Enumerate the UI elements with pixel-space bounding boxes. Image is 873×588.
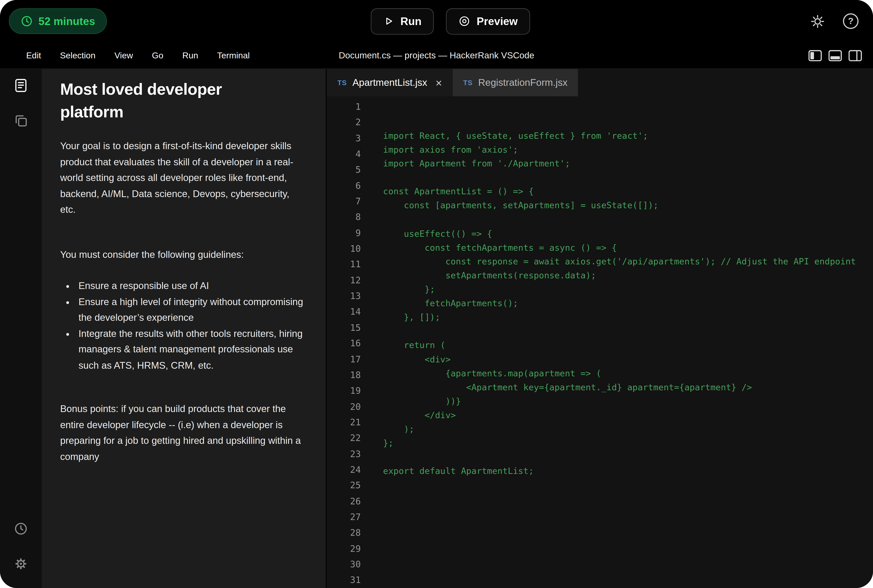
code-line[interactable]: const fetchApartments = async () => {: [383, 241, 856, 255]
tab-bar: TS ApartmentList.jsx × TS RegistrationFo…: [327, 69, 873, 96]
layout-sidebar-left-icon[interactable]: [808, 50, 822, 61]
code-line[interactable]: const ApartmentList = () => {: [383, 185, 856, 199]
line-number: 4: [327, 147, 361, 162]
timer-badge: 52 minutes: [9, 8, 107, 34]
line-number: 30: [327, 557, 361, 573]
code-line[interactable]: </div>: [383, 408, 856, 423]
line-number: 29: [327, 541, 361, 556]
code-line[interactable]: <div>: [383, 353, 856, 367]
menu-item[interactable]: Run: [173, 50, 208, 60]
document-icon[interactable]: [13, 78, 28, 93]
line-number: 22: [327, 430, 361, 446]
menu-item[interactable]: Terminal: [208, 50, 260, 60]
tab-apartmentlist[interactable]: TS ApartmentList.jsx ×: [327, 69, 453, 96]
guideline-item: Ensure a high level of integrity without…: [76, 294, 306, 326]
line-number: 8: [327, 210, 361, 225]
line-number: 2: [327, 115, 361, 130]
window-title: Document.cs — projects — HackerRank VSCo…: [339, 50, 534, 60]
help-button[interactable]: ?: [843, 13, 859, 29]
topbar-actions: Run Preview: [343, 8, 530, 34]
code-line[interactable]: setApartments(response.data);: [383, 269, 856, 283]
line-number: 17: [327, 352, 361, 368]
activity-bar: [0, 69, 42, 588]
line-number: 15: [327, 320, 361, 336]
code-line[interactable]: import React, { useState, useEffect } fr…: [383, 129, 856, 143]
code-line[interactable]: ))}: [383, 394, 856, 408]
menu-item[interactable]: View: [105, 50, 142, 60]
clock-icon: [21, 15, 33, 27]
menu-item[interactable]: Selection: [51, 50, 105, 60]
tab-close-icon[interactable]: ×: [435, 77, 442, 88]
line-number: 5: [327, 162, 361, 178]
line-number: 18: [327, 368, 361, 383]
code-line[interactable]: [383, 325, 856, 339]
line-number: 28: [327, 525, 361, 541]
menubar: EditSelectionViewGoRunTerminal Document.…: [0, 42, 873, 69]
code-line[interactable]: const [apartments, setApartments] = useS…: [383, 199, 856, 213]
code-line[interactable]: );: [383, 423, 856, 436]
problem-panel: Most loved developer platform Your goal …: [42, 69, 326, 588]
main-area: Most loved developer platform Your goal …: [0, 69, 873, 588]
line-number: 23: [327, 446, 361, 462]
line-number: 20: [327, 399, 361, 415]
code-line[interactable]: [383, 171, 856, 185]
page: 52 minutes Run Preview: [0, 0, 873, 588]
code-line[interactable]: };: [383, 283, 856, 297]
menu-list: EditSelectionViewGoRunTerminal: [0, 50, 259, 60]
gear-icon[interactable]: [13, 556, 28, 571]
code-line[interactable]: import Apartment from './Apartment';: [383, 157, 856, 171]
play-icon: [383, 16, 394, 27]
code-line[interactable]: export default ApartmentList;: [383, 465, 856, 478]
layout-panel-bottom-icon[interactable]: [829, 50, 842, 61]
line-number: 21: [327, 415, 361, 430]
line-number: 11: [327, 257, 361, 273]
problem-intro: Your goal is to design a first-of-its-ki…: [60, 138, 306, 218]
code-line[interactable]: }, []);: [383, 311, 856, 325]
menu-item[interactable]: Go: [142, 50, 173, 60]
code-line[interactable]: const response = await axios.get('/api/a…: [383, 255, 856, 269]
line-number: 1: [327, 99, 361, 115]
line-number: 10: [327, 241, 361, 257]
code-line[interactable]: [383, 451, 856, 465]
code-line[interactable]: import axios from 'axios';: [383, 143, 856, 157]
line-number: 7: [327, 194, 361, 210]
line-number: 9: [327, 225, 361, 241]
code-line[interactable]: };: [383, 436, 856, 451]
code-line[interactable]: return (: [383, 339, 856, 353]
code-content[interactable]: import React, { useState, useEffect } fr…: [383, 99, 856, 588]
line-number: 25: [327, 478, 361, 494]
theme-toggle-sun-icon[interactable]: [810, 14, 825, 29]
app-window: 52 minutes Run Preview: [0, 0, 873, 588]
line-number: 12: [327, 273, 361, 288]
code-line[interactable]: {apartments.map(apartment => (: [383, 367, 856, 381]
layout-sidebar-right-icon[interactable]: [849, 50, 862, 61]
ts-badge-icon: TS: [337, 79, 346, 87]
menu-item[interactable]: Edit: [17, 50, 51, 60]
topbar: 52 minutes Run Preview: [0, 0, 873, 42]
line-number: 19: [327, 383, 361, 399]
line-number: 24: [327, 462, 361, 478]
run-button[interactable]: Run: [371, 8, 434, 34]
code-line[interactable]: useEffect(() => {: [383, 227, 856, 241]
tab-registrationform[interactable]: TS RegistrationForm.jsx: [453, 69, 578, 96]
code-line[interactable]: <Apartment key={apartment._id} apartment…: [383, 381, 856, 394]
line-number: 6: [327, 178, 361, 194]
editor-gutter: 1234567891011121314151617181920212223242…: [327, 99, 361, 588]
line-number: 14: [327, 304, 361, 320]
guidelines-heading: You must consider the following guidelin…: [60, 246, 306, 262]
history-clock-icon[interactable]: [13, 521, 28, 536]
preview-button[interactable]: Preview: [446, 8, 530, 34]
line-number: 27: [327, 509, 361, 525]
code-line[interactable]: fetchApartments();: [383, 297, 856, 311]
preview-label: Preview: [477, 15, 518, 28]
line-number: 13: [327, 288, 361, 304]
line-number: 26: [327, 494, 361, 509]
code-line[interactable]: [383, 213, 856, 227]
layout-toggles: [808, 50, 862, 61]
copy-icon[interactable]: [13, 113, 28, 128]
editor-body[interactable]: 1234567891011121314151617181920212223242…: [327, 96, 873, 588]
line-number: 31: [327, 573, 361, 588]
line-number: 16: [327, 336, 361, 351]
run-label: Run: [400, 15, 422, 28]
preview-icon: [458, 15, 470, 27]
